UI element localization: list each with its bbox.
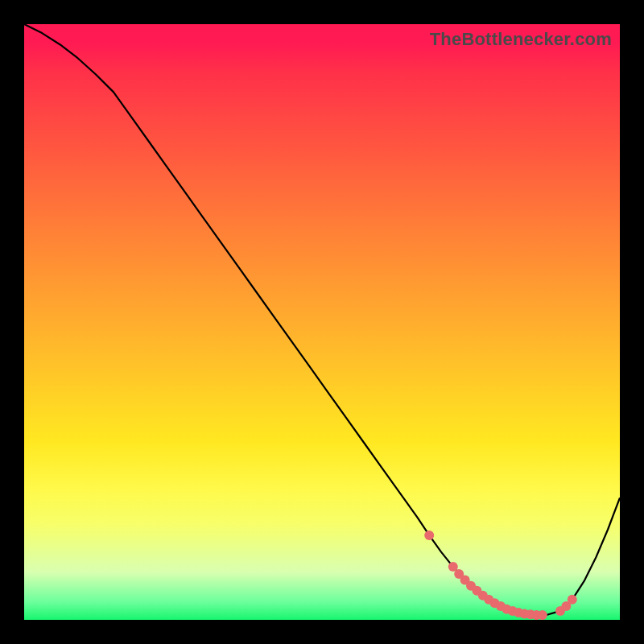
marker-group xyxy=(424,530,577,620)
marker-point xyxy=(568,595,577,605)
chart-svg xyxy=(24,24,620,620)
plot-area: TheBottlenecker.com xyxy=(24,24,620,620)
curve-line xyxy=(24,24,620,615)
marker-point xyxy=(538,610,547,620)
marker-point xyxy=(424,530,434,540)
chart-stage: TheBottlenecker.com xyxy=(0,0,644,644)
